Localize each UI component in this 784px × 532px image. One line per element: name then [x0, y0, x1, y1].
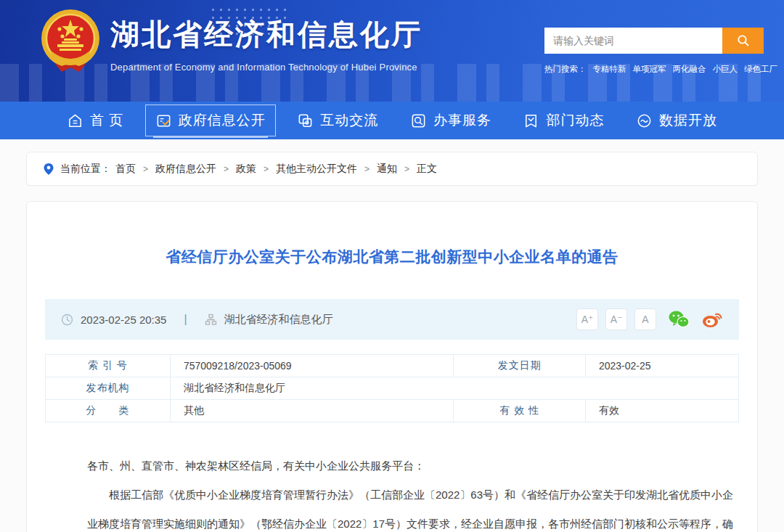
table-row: 发布机构 湖北省经济和信息化厅 — [46, 377, 739, 400]
nav-item-label: 部门动态 — [546, 111, 604, 130]
publisher-value: 湖北省经济和信息化厅 — [170, 377, 738, 400]
nav-item-home[interactable]: 首 页 — [57, 105, 134, 136]
publisher-label: 发布机构 — [46, 377, 171, 400]
nav-item-gov-info[interactable]: 政府信息公开 — [145, 105, 276, 136]
weibo-icon — [701, 310, 723, 329]
document-info-table: 索 引 号 757009218/2023-05069 发文日期 2023-02-… — [45, 354, 739, 422]
meta-divider: | — [184, 313, 187, 326]
article-paragraph: 根据工信部《优质中小企业梯度培育管理暂行办法》（工信部企业〔2022〕63号）和… — [87, 480, 740, 532]
article-body: 各市、州、直管市、神农架林区经信局，有关中小企业公共服务平台： 根据工信部《优质… — [87, 451, 740, 532]
service-search-icon — [410, 112, 427, 129]
location-pin-icon — [43, 163, 54, 176]
breadcrumb-separator: > — [404, 164, 409, 174]
nav-item-open-data[interactable]: 数据开放 — [626, 105, 727, 136]
publish-source: 湖北省经济和信息化厅 — [224, 313, 333, 327]
site-title: 湖北省经济和信息化厅 — [110, 15, 422, 54]
breadcrumb-separator: > — [364, 164, 369, 174]
site-header: 湖北省经济和信息化厅 Department of Economy and Inf… — [0, 0, 784, 102]
table-row: 分 类 其他 有 效 性 有效 — [46, 400, 739, 422]
breadcrumb-link[interactable]: 首页 — [115, 163, 136, 176]
hot-search-link[interactable]: 单项冠军 — [633, 64, 666, 75]
nav-item-label: 数据开放 — [659, 111, 717, 130]
hot-search-label: 热门搜索： — [544, 64, 587, 75]
validity-value: 有效 — [585, 400, 738, 422]
chat-exchange-icon — [297, 112, 314, 129]
article-card: 省经信厅办公室关于公布湖北省第二批创新型中小企业名单的通告 2023-02-25… — [26, 201, 758, 532]
bookmark-icon — [523, 112, 539, 129]
wechat-icon — [668, 310, 690, 329]
nav-item-label: 互动交流 — [320, 111, 378, 130]
breadcrumb-link[interactable]: 政府信息公开 — [155, 163, 216, 176]
category-label: 分 类 — [46, 400, 171, 422]
search-icon — [737, 34, 750, 47]
document-check-icon — [155, 112, 172, 129]
search-input[interactable] — [544, 28, 722, 54]
publish-datetime: 2023-02-25 20:35 — [81, 314, 166, 326]
share-weibo-button[interactable] — [701, 310, 723, 329]
validity-label: 有 效 性 — [454, 400, 585, 422]
main-nav: 首 页 政府信息公开 互动交流 办事服务 部门动态 — [0, 102, 784, 139]
search-bar — [544, 28, 764, 54]
home-icon — [67, 112, 83, 129]
breadcrumb-label: 当前位置： — [60, 163, 111, 176]
clock-icon — [61, 314, 73, 326]
breadcrumb: 当前位置： 首页 > 政府信息公开 > 政策 > 其他主动公开文件 > 通知 >… — [26, 152, 758, 186]
font-reset-button[interactable]: A — [634, 308, 656, 330]
index-number-value: 757009218/2023-05069 — [170, 355, 454, 377]
font-smaller-button[interactable]: A⁻ — [605, 308, 627, 330]
nav-item-label: 办事服务 — [433, 111, 491, 130]
nav-item-department-news[interactable]: 部门动态 — [513, 105, 614, 136]
breadcrumb-link[interactable]: 通知 — [377, 163, 397, 176]
article-meta-bar: 2023-02-25 20:35 | 湖北省经济和信息化厅 A⁺ A⁻ A — [45, 299, 739, 340]
hot-search-row: 热门搜索： 专精特新 单项冠军 两化融合 小巨人 绿色工厂 — [544, 64, 764, 75]
nav-item-services[interactable]: 办事服务 — [400, 105, 502, 136]
share-wechat-button[interactable] — [668, 310, 690, 329]
hot-search-link[interactable]: 专精特新 — [593, 64, 626, 75]
breadcrumb-link[interactable]: 其他主动公开文件 — [276, 163, 357, 176]
breadcrumb-separator: > — [264, 164, 269, 174]
data-wave-icon — [636, 112, 653, 129]
breadcrumb-link[interactable]: 正文 — [417, 163, 437, 176]
breadcrumb-link[interactable]: 政策 — [236, 163, 256, 176]
search-button[interactable] — [722, 28, 764, 54]
table-row: 索 引 号 757009218/2023-05069 发文日期 2023-02-… — [46, 355, 739, 377]
nav-item-label: 政府信息公开 — [179, 111, 266, 130]
font-larger-button[interactable]: A⁺ — [576, 308, 598, 330]
article-greeting: 各市、州、直管市、神农架林区经信局，有关中小企业公共服务平台： — [87, 451, 740, 480]
index-number-label: 索 引 号 — [46, 355, 171, 377]
breadcrumb-separator: > — [143, 164, 148, 174]
nav-item-label: 首 页 — [90, 111, 123, 130]
category-value: 其他 — [170, 400, 454, 422]
national-emblem-logo — [40, 7, 101, 79]
issue-date-value: 2023-02-25 — [585, 355, 738, 377]
issue-date-label: 发文日期 — [454, 355, 585, 377]
organization-icon — [205, 314, 217, 326]
hot-search-link[interactable]: 小巨人 — [713, 64, 738, 75]
nav-item-interaction[interactable]: 互动交流 — [287, 105, 388, 136]
hot-search-link[interactable]: 绿色工厂 — [744, 64, 777, 75]
article-title: 省经信厅办公室关于公布湖北省第二批创新型中小企业名单的通告 — [45, 202, 739, 267]
hot-search-link[interactable]: 两化融合 — [673, 64, 706, 75]
breadcrumb-separator: > — [224, 164, 229, 174]
site-subtitle: Department of Economy and Information Te… — [110, 62, 422, 73]
